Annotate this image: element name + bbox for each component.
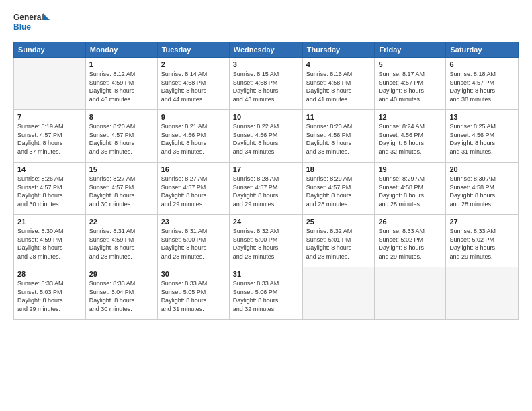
weekday-header-monday: Monday [85,42,157,58]
week-row-5: 28Sunrise: 8:33 AM Sunset: 5:03 PM Dayli… [14,267,519,320]
day-info: Sunrise: 8:31 AM Sunset: 4:59 PM Dayligh… [89,227,154,261]
day-info: Sunrise: 8:33 AM Sunset: 5:06 PM Dayligh… [233,279,299,313]
calendar-cell: 20Sunrise: 8:30 AM Sunset: 4:58 PM Dayli… [446,163,519,215]
svg-text:Blue: Blue [13,22,31,32]
day-info: Sunrise: 8:20 AM Sunset: 4:57 PM Dayligh… [89,122,154,156]
calendar-cell: 17Sunrise: 8:28 AM Sunset: 4:57 PM Dayli… [229,163,302,215]
day-info: Sunrise: 8:33 AM Sunset: 5:04 PM Dayligh… [89,279,154,313]
day-info: Sunrise: 8:33 AM Sunset: 5:02 PM Dayligh… [378,227,442,261]
calendar-cell: 22Sunrise: 8:31 AM Sunset: 4:59 PM Dayli… [85,215,157,267]
day-info: Sunrise: 8:30 AM Sunset: 4:59 PM Dayligh… [17,227,82,261]
day-info: Sunrise: 8:32 AM Sunset: 5:01 PM Dayligh… [306,227,371,261]
weekday-header-sunday: Sunday [14,42,86,58]
day-info: Sunrise: 8:28 AM Sunset: 4:57 PM Dayligh… [233,175,299,208]
calendar-cell: 14Sunrise: 8:26 AM Sunset: 4:57 PM Dayli… [14,163,86,215]
calendar-cell: 9Sunrise: 8:21 AM Sunset: 4:56 PM Daylig… [157,110,229,163]
day-number: 29 [89,270,154,278]
calendar-cell: 7Sunrise: 8:19 AM Sunset: 4:57 PM Daylig… [14,110,86,163]
day-number: 13 [449,113,515,121]
day-info: Sunrise: 8:27 AM Sunset: 4:57 PM Dayligh… [89,175,154,208]
day-number: 11 [306,113,371,121]
calendar-cell: 10Sunrise: 8:22 AM Sunset: 4:56 PM Dayli… [229,110,302,163]
calendar-cell: 31Sunrise: 8:33 AM Sunset: 5:06 PM Dayli… [229,267,302,320]
day-info: Sunrise: 8:30 AM Sunset: 4:58 PM Dayligh… [449,175,515,208]
day-info: Sunrise: 8:33 AM Sunset: 5:03 PM Dayligh… [17,279,82,313]
calendar-cell: 28Sunrise: 8:33 AM Sunset: 5:03 PM Dayli… [14,267,86,320]
day-number: 23 [161,218,226,226]
weekday-header-wednesday: Wednesday [229,42,302,58]
day-number: 22 [89,218,154,226]
day-number: 27 [449,218,515,226]
week-row-3: 14Sunrise: 8:26 AM Sunset: 4:57 PM Dayli… [14,163,519,215]
day-info: Sunrise: 8:27 AM Sunset: 4:57 PM Dayligh… [161,175,226,208]
calendar-cell: 2Sunrise: 8:14 AM Sunset: 4:58 PM Daylig… [157,58,229,110]
day-info: Sunrise: 8:33 AM Sunset: 5:02 PM Dayligh… [449,227,515,261]
weekday-header-friday: Friday [375,42,446,58]
day-info: Sunrise: 8:12 AM Sunset: 4:59 PM Dayligh… [89,70,154,103]
day-info: Sunrise: 8:29 AM Sunset: 4:58 PM Dayligh… [378,175,442,208]
day-number: 6 [449,60,515,68]
calendar-cell [302,267,375,320]
day-number: 9 [161,113,226,121]
day-number: 17 [233,165,299,173]
day-number: 20 [449,165,515,173]
day-number: 12 [378,113,442,121]
logo-svg: General Blue [13,11,50,35]
day-number: 28 [17,270,82,278]
svg-marker-2 [43,13,50,20]
calendar-cell: 13Sunrise: 8:25 AM Sunset: 4:56 PM Dayli… [446,110,519,163]
calendar-cell: 8Sunrise: 8:20 AM Sunset: 4:57 PM Daylig… [85,110,157,163]
logo: General Blue [13,11,50,35]
day-info: Sunrise: 8:26 AM Sunset: 4:57 PM Dayligh… [17,175,82,208]
calendar-cell: 30Sunrise: 8:33 AM Sunset: 5:05 PM Dayli… [157,267,229,320]
calendar-cell: 27Sunrise: 8:33 AM Sunset: 5:02 PM Dayli… [446,215,519,267]
day-number: 31 [233,270,299,278]
day-number: 25 [306,218,371,226]
day-info: Sunrise: 8:19 AM Sunset: 4:57 PM Dayligh… [17,122,82,156]
day-info: Sunrise: 8:32 AM Sunset: 5:00 PM Dayligh… [233,227,299,261]
calendar-cell: 11Sunrise: 8:23 AM Sunset: 4:56 PM Dayli… [302,110,375,163]
calendar-cell: 1Sunrise: 8:12 AM Sunset: 4:59 PM Daylig… [85,58,157,110]
day-info: Sunrise: 8:14 AM Sunset: 4:58 PM Dayligh… [161,70,226,103]
calendar-cell [14,58,86,110]
day-number: 3 [233,60,299,68]
calendar-cell: 15Sunrise: 8:27 AM Sunset: 4:57 PM Dayli… [85,163,157,215]
calendar-cell: 4Sunrise: 8:16 AM Sunset: 4:58 PM Daylig… [302,58,375,110]
day-info: Sunrise: 8:24 AM Sunset: 4:56 PM Dayligh… [378,122,442,156]
calendar-cell: 21Sunrise: 8:30 AM Sunset: 4:59 PM Dayli… [14,215,86,267]
weekday-header-tuesday: Tuesday [157,42,229,58]
day-number: 14 [17,165,82,173]
calendar-cell [375,267,446,320]
day-number: 4 [306,60,371,68]
calendar-cell: 23Sunrise: 8:31 AM Sunset: 5:00 PM Dayli… [157,215,229,267]
day-number: 5 [378,60,442,68]
day-info: Sunrise: 8:23 AM Sunset: 4:56 PM Dayligh… [306,122,371,156]
day-number: 7 [17,113,82,121]
day-number: 30 [161,270,226,278]
calendar-cell: 26Sunrise: 8:33 AM Sunset: 5:02 PM Dayli… [375,215,446,267]
calendar-cell [446,267,519,320]
page: General Blue SundayMondayTuesdayWednesda… [0,0,532,411]
calendar-cell: 29Sunrise: 8:33 AM Sunset: 5:04 PM Dayli… [85,267,157,320]
day-number: 15 [89,165,154,173]
calendar-cell: 16Sunrise: 8:27 AM Sunset: 4:57 PM Dayli… [157,163,229,215]
week-row-4: 21Sunrise: 8:30 AM Sunset: 4:59 PM Dayli… [14,215,519,267]
week-row-2: 7Sunrise: 8:19 AM Sunset: 4:57 PM Daylig… [14,110,519,163]
day-info: Sunrise: 8:21 AM Sunset: 4:56 PM Dayligh… [161,122,226,156]
day-info: Sunrise: 8:25 AM Sunset: 4:56 PM Dayligh… [449,122,515,156]
day-number: 10 [233,113,299,121]
calendar-cell: 3Sunrise: 8:15 AM Sunset: 4:58 PM Daylig… [229,58,302,110]
week-row-1: 1Sunrise: 8:12 AM Sunset: 4:59 PM Daylig… [14,58,519,110]
day-info: Sunrise: 8:18 AM Sunset: 4:57 PM Dayligh… [449,70,515,103]
day-info: Sunrise: 8:31 AM Sunset: 5:00 PM Dayligh… [161,227,226,261]
svg-text:General: General [13,13,44,22]
day-info: Sunrise: 8:33 AM Sunset: 5:05 PM Dayligh… [161,279,226,313]
day-number: 18 [306,165,371,173]
day-info: Sunrise: 8:22 AM Sunset: 4:56 PM Dayligh… [233,122,299,156]
day-number: 8 [89,113,154,121]
day-number: 19 [378,165,442,173]
calendar-table: SundayMondayTuesdayWednesdayThursdayFrid… [13,42,519,320]
calendar-cell: 25Sunrise: 8:32 AM Sunset: 5:01 PM Dayli… [302,215,375,267]
day-info: Sunrise: 8:15 AM Sunset: 4:58 PM Dayligh… [233,70,299,103]
day-number: 2 [161,60,226,68]
